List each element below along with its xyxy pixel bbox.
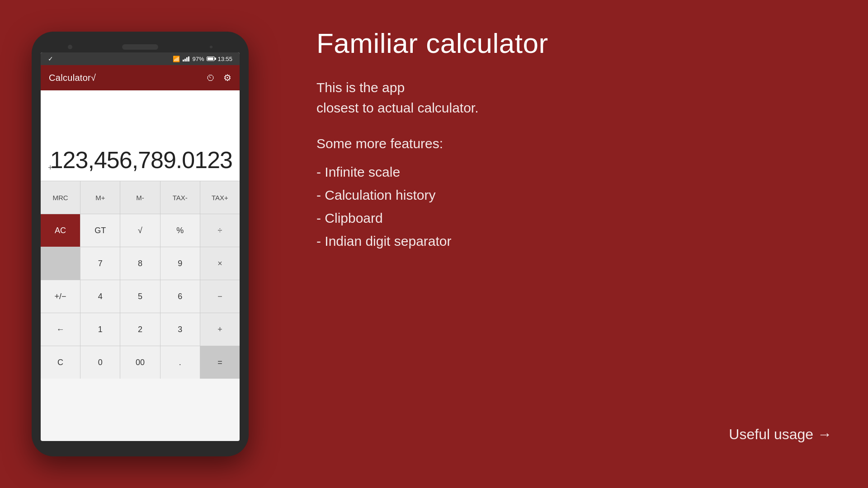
phone-mockup: ✓ 📶 97% 13:55 bbox=[32, 32, 249, 456]
battery-percent: 97% bbox=[192, 56, 204, 62]
btn-multiply[interactable]: × bbox=[200, 247, 240, 280]
btn-clear[interactable]: C bbox=[41, 346, 80, 379]
btn-5[interactable]: 5 bbox=[120, 280, 160, 313]
signal-bar-1 bbox=[183, 60, 184, 61]
button-row-2: AC GT √ % ÷ bbox=[41, 214, 240, 247]
button-row-4: +/− 4 5 6 − bbox=[41, 280, 240, 313]
phone-speaker bbox=[122, 44, 158, 50]
display-operator: + bbox=[48, 163, 53, 173]
button-row-6: C 0 00 . = bbox=[41, 346, 240, 379]
feature-item-4: - Indian digit separator bbox=[316, 230, 832, 253]
btn-taxminus[interactable]: TAX- bbox=[160, 181, 200, 214]
app-heading: Familiar calculator bbox=[316, 27, 832, 59]
button-row-5: ← 1 2 3 + bbox=[41, 313, 240, 346]
status-bar: ✓ 📶 97% 13:55 bbox=[41, 52, 240, 65]
button-row-1: MRC M+ M- TAX- TAX+ bbox=[41, 181, 240, 214]
clock: 13:55 bbox=[217, 56, 232, 62]
phone-screen: ✓ 📶 97% 13:55 bbox=[41, 52, 240, 441]
btn-equals[interactable]: = bbox=[200, 346, 240, 379]
app-toolbar: Calculator√ ⏲ ⚙ bbox=[41, 65, 240, 90]
btn-gt[interactable]: GT bbox=[80, 214, 120, 247]
history-icon[interactable]: ⏲ bbox=[206, 73, 215, 83]
btn-2[interactable]: 2 bbox=[120, 313, 160, 346]
battery-fill bbox=[208, 57, 213, 60]
tagline-line2: closest to actual calculator. bbox=[316, 100, 479, 115]
btn-8[interactable]: 8 bbox=[120, 247, 160, 280]
btn-9[interactable]: 9 bbox=[160, 247, 200, 280]
feature-item-2: - Calculation history bbox=[316, 183, 832, 206]
status-right: 📶 97% 13:55 bbox=[173, 56, 232, 62]
btn-mminus[interactable]: M- bbox=[120, 181, 160, 214]
phone-mic bbox=[210, 46, 212, 48]
features-heading: Some more features: bbox=[316, 136, 832, 151]
btn-7[interactable]: 7 bbox=[80, 247, 120, 280]
btn-mrc[interactable]: MRC bbox=[41, 181, 80, 214]
btn-percent[interactable]: % bbox=[160, 214, 200, 247]
btn-plus[interactable]: + bbox=[200, 313, 240, 346]
phone-top-bar bbox=[41, 41, 240, 52]
feature-item-3: - Clipboard bbox=[316, 206, 832, 230]
signal-bar-4 bbox=[188, 56, 189, 61]
btn-taxplus[interactable]: TAX+ bbox=[200, 181, 240, 214]
signal-bars bbox=[183, 56, 189, 61]
btn-divide[interactable]: ÷ bbox=[200, 214, 240, 247]
toolbar-icons: ⏲ ⚙ bbox=[206, 72, 231, 83]
button-row-3: 7 8 9 × bbox=[41, 247, 240, 280]
btn-plusminus[interactable]: +/− bbox=[41, 280, 80, 313]
display-area: + 123,456,789.0123 bbox=[41, 90, 240, 181]
btn-decimal[interactable]: . bbox=[160, 346, 200, 379]
settings-icon[interactable]: ⚙ bbox=[223, 72, 231, 83]
btn-minus[interactable]: − bbox=[200, 280, 240, 313]
phone-container: ✓ 📶 97% 13:55 bbox=[0, 0, 280, 488]
btn-3[interactable]: 3 bbox=[160, 313, 200, 346]
wifi-icon: 📶 bbox=[173, 56, 180, 62]
btn-ac[interactable]: AC bbox=[41, 214, 80, 247]
app-title: Calculator√ bbox=[49, 73, 96, 83]
btn-6[interactable]: 6 bbox=[160, 280, 200, 313]
nav-link[interactable]: Useful usage → bbox=[316, 426, 832, 461]
checkmark-icon: ✓ bbox=[48, 55, 53, 62]
signal-bar-2 bbox=[184, 59, 186, 61]
content-panel: Familiar calculator This is the app clos… bbox=[280, 0, 868, 488]
btn-0[interactable]: 0 bbox=[80, 346, 120, 379]
btn-4[interactable]: 4 bbox=[80, 280, 120, 313]
btn-dark-placeholder bbox=[41, 247, 80, 280]
btn-backspace[interactable]: ← bbox=[41, 313, 80, 346]
tagline: This is the app closest to actual calcul… bbox=[316, 77, 832, 118]
display-number: 123,456,789.0123 bbox=[48, 146, 232, 174]
btn-sqrt[interactable]: √ bbox=[120, 214, 160, 247]
status-left: ✓ bbox=[48, 55, 53, 62]
tagline-line1: This is the app bbox=[316, 80, 405, 95]
calculator-buttons: MRC M+ M- TAX- TAX+ AC GT √ % ÷ 7 bbox=[41, 181, 240, 379]
btn-mplus[interactable]: M+ bbox=[80, 181, 120, 214]
main-content: Familiar calculator This is the app clos… bbox=[316, 27, 832, 253]
battery-icon bbox=[207, 56, 215, 61]
btn-00[interactable]: 00 bbox=[120, 346, 160, 379]
feature-item-1: - Infinite scale bbox=[316, 160, 832, 183]
btn-1[interactable]: 1 bbox=[80, 313, 120, 346]
signal-bar-3 bbox=[186, 57, 188, 61]
phone-camera bbox=[68, 45, 72, 49]
